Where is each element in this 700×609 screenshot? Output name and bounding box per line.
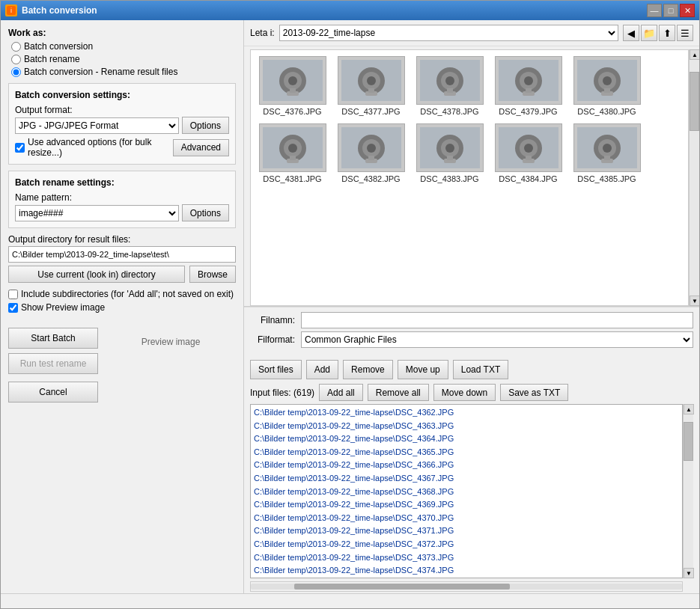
image-browser[interactable]: DSC_4376.JPG DSC_4377.JPG DSC_ (250, 49, 689, 306)
name-pattern-select[interactable]: image#### (15, 205, 179, 221)
hscrollbar-thumb (294, 584, 510, 590)
up-folder-button[interactable]: ⬆ (659, 25, 675, 41)
radio-batch-conversion-rename-input[interactable] (11, 67, 21, 77)
radio-batch-conversion-rename[interactable]: Batch conversion - Rename result files (11, 67, 236, 77)
save-as-txt-button[interactable]: Save as TXT (500, 384, 568, 401)
batch-conversion-settings: Batch conversion settings: Output format… (8, 83, 236, 165)
file-list-hscrollbar[interactable] (250, 581, 683, 592)
add-all-button[interactable]: Add all (319, 384, 363, 401)
file-format-select[interactable]: Common Graphic Files (301, 331, 693, 348)
run-test-rename-button[interactable]: Run test rename (8, 353, 98, 374)
list-item[interactable]: C:\Bilder temp\2013-09-22_time-lapse\DSC… (254, 472, 679, 486)
move-up-button[interactable]: Move up (398, 360, 448, 379)
window-controls: — □ ✕ (647, 4, 695, 17)
fileformat-label: Filformat: (250, 334, 295, 345)
output-dir-input[interactable]: C:\Bilder temp\2013-09-22_time-lapse\tes… (8, 246, 236, 263)
list-item[interactable]: C:\Bilder temp\2013-09-22_time-lapse\DSC… (254, 564, 679, 578)
list-item[interactable]: C:\Bilder temp\2013-09-22_time-lapse\DSC… (254, 551, 679, 565)
image-thumb[interactable]: DSC_4381.JPG (257, 123, 328, 183)
folder-path-select[interactable]: 2013-09-22_time-lapse (279, 25, 618, 41)
thumb-label: DSC_4380.JPG (577, 107, 636, 116)
scroll-track (690, 60, 699, 296)
add-button[interactable]: Add (306, 360, 338, 379)
remove-all-button[interactable]: Remove all (368, 384, 429, 401)
image-thumb[interactable]: DSC_4378.JPG (414, 56, 485, 116)
image-thumb[interactable]: DSC_4382.JPG (335, 123, 407, 183)
use-current-dir-button[interactable]: Use current (look in) directory (8, 266, 185, 283)
file-action-buttons-row1: Sort files Add Remove Move up Load TXT (244, 355, 699, 384)
scroll-up-arrow[interactable]: ▲ (690, 49, 699, 60)
filename-input[interactable] (301, 312, 693, 328)
scroll-down-arrow[interactable]: ▼ (690, 296, 699, 306)
close-button[interactable]: ✕ (680, 4, 695, 17)
list-item[interactable]: C:\Bilder temp\2013-09-22_time-lapse\DSC… (254, 486, 679, 499)
name-pattern-label: Name pattern: (15, 192, 229, 203)
app-icon: i (5, 4, 17, 16)
list-item[interactable]: C:\Bilder temp\2013-09-22_time-lapse\DSC… (254, 512, 679, 525)
format-select[interactable]: JPG - JPG/JPEG Format (15, 117, 179, 134)
load-txt-button[interactable]: Load TXT (453, 360, 508, 379)
advanced-button[interactable]: Advanced (173, 139, 229, 156)
fileformat-row: Filformat: Common Graphic Files (250, 331, 693, 348)
preview-image-area: Preview image (106, 322, 236, 347)
file-list-scroll-up[interactable]: ▲ (684, 404, 694, 414)
image-thumb[interactable]: DSC_4385.JPG (571, 123, 642, 183)
image-thumb[interactable]: DSC_4379.JPG (493, 56, 564, 116)
maximize-button[interactable]: □ (663, 4, 678, 17)
file-list-scrollbar[interactable]: ▲ ▼ (683, 404, 693, 578)
svg-point-17 (445, 76, 454, 85)
cancel-button[interactable]: Cancel (8, 382, 98, 403)
right-top: Leta i: 2013-09-22_time-lapse ◀ 📁 ⬆ ☰ (244, 20, 699, 307)
advanced-checkbox-label[interactable]: Use advanced options (for bulk resize...… (15, 137, 168, 158)
start-batch-button[interactable]: Start Batch (8, 328, 98, 349)
view-button[interactable]: ☰ (677, 25, 693, 41)
remove-button[interactable]: Remove (343, 360, 393, 379)
thumb-image (495, 123, 562, 172)
image-thumb[interactable]: DSC_4377.JPG (335, 56, 407, 116)
format-options-button[interactable]: Options (182, 117, 229, 134)
list-item[interactable]: C:\Bilder temp\2013-09-22_time-lapse\DSC… (254, 538, 679, 551)
svg-point-5 (288, 76, 297, 85)
image-thumb[interactable]: DSC_4380.JPG (571, 56, 642, 116)
list-item[interactable]: C:\Bilder temp\2013-09-22_time-lapse\DSC… (254, 432, 679, 446)
rename-settings-label: Batch rename settings: (15, 177, 229, 188)
show-preview-checkbox[interactable] (8, 303, 18, 313)
image-thumb[interactable]: DSC_4384.JPG (493, 123, 564, 183)
status-bar (1, 593, 699, 608)
browse-button[interactable]: Browse (189, 266, 236, 283)
svg-point-41 (367, 144, 376, 153)
radio-batch-rename-input[interactable] (11, 55, 21, 64)
list-item[interactable]: C:\Bilder temp\2013-09-22_time-lapse\DSC… (254, 459, 679, 472)
advanced-checkbox[interactable] (15, 143, 25, 153)
sort-files-button[interactable]: Sort files (250, 360, 302, 379)
minimize-button[interactable]: — (647, 4, 662, 17)
svg-point-59 (603, 144, 612, 153)
list-item[interactable]: C:\Bilder temp\2013-09-22_time-lapse\DSC… (254, 406, 679, 420)
batch-settings-label: Batch conversion settings: (15, 90, 229, 100)
include-subdirectories-checkbox[interactable] (8, 290, 18, 299)
svg-rect-37 (290, 156, 296, 160)
show-preview-label[interactable]: Show Preview image (8, 302, 236, 313)
list-item[interactable]: C:\Bilder temp\2013-09-22_time-lapse\DSC… (254, 524, 679, 538)
radio-batch-conversion-input[interactable] (11, 42, 21, 52)
folder-icon-button[interactable]: 📁 (641, 25, 657, 41)
folder-toolbar: ◀ 📁 ⬆ ☰ (623, 25, 693, 41)
image-thumb[interactable]: DSC_4383.JPG (414, 123, 485, 183)
include-subdirectories-label[interactable]: Include subdirectories (for 'Add all'; n… (8, 289, 236, 299)
list-item[interactable]: C:\Bilder temp\2013-09-22_time-lapse\DSC… (254, 498, 679, 512)
file-list-scroll-down[interactable]: ▼ (684, 568, 694, 578)
svg-point-11 (367, 76, 376, 85)
list-item[interactable]: C:\Bilder temp\2013-09-22_time-lapse\DSC… (254, 578, 679, 578)
svg-point-35 (288, 144, 297, 153)
radio-batch-rename[interactable]: Batch rename (11, 54, 236, 64)
back-button[interactable]: ◀ (623, 25, 639, 41)
list-item[interactable]: C:\Bilder temp\2013-09-22_time-lapse\DSC… (254, 420, 679, 433)
move-down-button[interactable]: Move down (433, 384, 496, 401)
radio-batch-conversion[interactable]: Batch conversion (11, 41, 236, 52)
file-list[interactable]: C:\Bilder temp\2013-09-22_time-lapse\DSC… (250, 404, 683, 578)
list-item[interactable]: C:\Bilder temp\2013-09-22_time-lapse\DSC… (254, 446, 679, 459)
right-scrollbar[interactable]: ▲ ▼ (689, 49, 699, 306)
input-count-label: Input files: (619) (250, 388, 314, 398)
rename-options-button[interactable]: Options (182, 204, 229, 221)
image-thumb[interactable]: DSC_4376.JPG (257, 56, 328, 116)
